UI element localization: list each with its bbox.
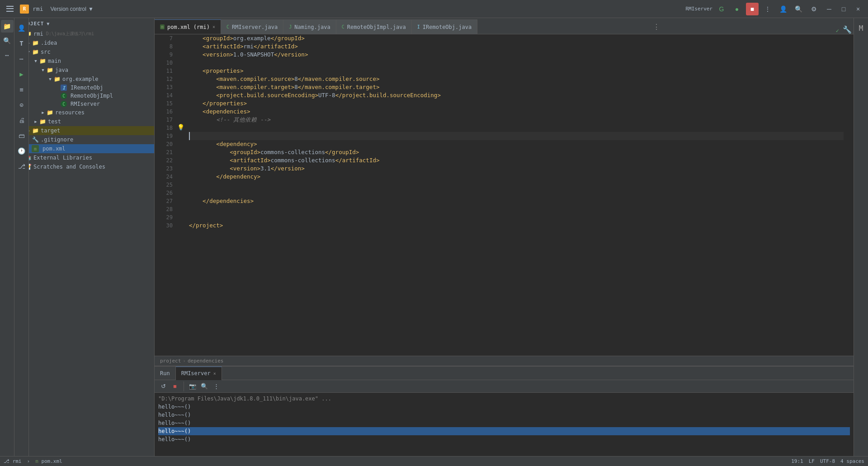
breadcrumb-project: project [160, 358, 181, 364]
sidebar-tree: ▼ 📁 rmi D:\java上课练习\rmi ▶ 📁 .idea ▼ 📁 sr… [14, 29, 154, 456]
left-icon-t[interactable]: T [15, 37, 28, 50]
tab-label-pom-xml: pom.xml (rmi) [167, 24, 210, 30]
tab-label-naming: Naming.java [294, 24, 330, 30]
activity-more-icon[interactable]: ⋯ [1, 49, 14, 61]
left-icon-branch[interactable]: ⎇ [15, 160, 28, 173]
line-num-23: 23 [155, 165, 173, 173]
left-icon-clock[interactable]: 🕐 [15, 145, 28, 157]
user-button[interactable]: 👤 [777, 3, 789, 15]
editor-checkmark: ✓ [836, 28, 843, 34]
search-button[interactable]: 🔍 [792, 3, 805, 15]
cursor [189, 132, 190, 140]
code-line-14: <project.build.sourceEncoding>UTF-8</pro… [189, 91, 844, 99]
maximize-button[interactable]: □ [837, 3, 850, 15]
left-run-icons: ↺ ■ [158, 381, 184, 391]
stop-button[interactable]: ■ [170, 381, 180, 391]
tab-naming[interactable]: J Naming.java [283, 19, 336, 34]
code-line-17: <!-- 其他依赖 --> [189, 116, 844, 124]
hamburger-icon[interactable] [4, 3, 16, 15]
tree-item-remoteobjimpl[interactable]: C RemoteObjImpl [14, 92, 154, 100]
console-more-button[interactable]: ⋮ [211, 381, 221, 391]
tree-item-main[interactable]: ▼ 📁 main [14, 56, 154, 66]
search-console-button[interactable]: 🔍 [199, 381, 209, 391]
editor-settings-icon[interactable]: 🔧 [843, 25, 854, 34]
rmiserver-tab-label: RMIserver [181, 370, 211, 377]
right-icon-m[interactable]: M [855, 22, 868, 34]
record-button[interactable]: ■ [746, 3, 759, 15]
code-line-24: </dependency> [189, 173, 844, 181]
tab-more-button[interactable]: ⋮ [649, 19, 664, 34]
lightbulb-icon[interactable]: 💡 [177, 124, 184, 131]
left-icon-circle-play[interactable]: ⊙ [15, 99, 28, 111]
code-line-19 [189, 132, 844, 140]
tree-label-org-example: org.example [62, 76, 98, 82]
left-icon-db[interactable]: 🗃 [15, 129, 28, 142]
tree-item-pom-xml[interactable]: m pom.xml [14, 144, 154, 153]
tab-pom-xml[interactable]: m pom.xml (rmi) × [155, 19, 221, 34]
tree-item-target[interactable]: ▶ 📁 target [14, 126, 154, 135]
code-line-9: <version>1.0-SNAPSHOT</version> [189, 51, 844, 59]
profile-button[interactable]: G [715, 3, 728, 15]
tree-item-scratches[interactable]: ▶ 📝 Scratches and Consoles [14, 162, 154, 171]
console-line-2: hello~~~() [158, 411, 850, 419]
tree-label-src: src [41, 49, 51, 55]
status-encoding[interactable]: UTF-8 [820, 458, 835, 464]
activity-project-icon[interactable]: 📁 [1, 20, 14, 33]
tree-label-test: test [48, 118, 61, 125]
bottom-tab-close-rmiserver[interactable]: × [213, 371, 216, 376]
status-position[interactable]: 19:1 [791, 458, 803, 464]
version-control-button[interactable]: Version control ▼ [47, 4, 97, 14]
tab-rmiserver[interactable]: C RMIserver.java [221, 19, 283, 34]
left-icon-person[interactable]: 👤 [15, 22, 28, 34]
more-button[interactable]: ⋮ [761, 3, 774, 15]
capture-button[interactable]: 📷 [188, 381, 198, 391]
settings-button[interactable]: ⚙ [807, 3, 820, 15]
left-icon-print[interactable]: 🖨 [15, 114, 28, 127]
tree-item-idea[interactable]: ▶ 📁 .idea [14, 38, 154, 47]
tree-label-resources: resources [55, 109, 85, 116]
notification-button[interactable]: ● [731, 3, 743, 15]
tree-path-rmi: D:\java上课练习\rmi [46, 31, 94, 37]
status-file: m pom.xml [35, 458, 62, 464]
tree-item-rmi[interactable]: ▼ 📁 rmi D:\java上课练习\rmi [14, 29, 154, 38]
left-icon-run[interactable]: ▶ [15, 68, 28, 80]
tree-item-org-example[interactable]: ▼ 📁 org.example [14, 75, 154, 84]
tab-remoteobjimpl[interactable]: C RemoteObjImpl.java [336, 19, 412, 34]
tree-item-rmiserver[interactable]: C RMIserver [14, 100, 154, 108]
editor-scrollbar[interactable] [847, 34, 854, 356]
left-icon-list[interactable]: ≡ [15, 83, 28, 96]
project-name: rmi [33, 5, 43, 12]
tree-item-iremoteobj[interactable]: I IRemoteObj [14, 84, 154, 92]
folder-icon-java: 📁 [46, 66, 53, 74]
code-line-30: </project> [189, 221, 844, 230]
tree-label-pom-xml: pom.xml [42, 146, 66, 152]
rerun-button[interactable]: ↺ [158, 381, 168, 391]
left-icon-more[interactable]: ⋯ [15, 52, 28, 65]
status-line-ending[interactable]: LF [809, 458, 815, 464]
code-area[interactable]: <groupId>org.example</groupId> <artifact… [185, 34, 847, 356]
tree-label-iremoteobj: IRemoteObj [71, 85, 103, 91]
tree-item-src[interactable]: ▼ 📁 src [14, 47, 154, 56]
status-git[interactable]: ⎇ rmi [4, 458, 22, 464]
activity-find-icon[interactable]: 🔍 [1, 34, 14, 47]
tree-item-test[interactable]: ▶ 📁 test [14, 117, 154, 126]
minimize-button[interactable]: ─ [823, 3, 835, 15]
tab-close-pom-xml[interactable]: × [212, 24, 215, 29]
close-button[interactable]: × [852, 3, 864, 15]
console-output-2: hello~~~() [158, 411, 191, 419]
code-line-7: <groupId>org.example</groupId> [189, 34, 844, 42]
tree-item-gitignore[interactable]: 🔧 .gitignore [14, 135, 154, 144]
tree-item-resources[interactable]: ▶ 📁 resources [14, 108, 154, 117]
bottom-tab-rmiserver[interactable]: RMIserver × [176, 367, 222, 380]
tree-item-external-libs[interactable]: ▶ 📚 External Libraries [14, 153, 154, 162]
status-indent[interactable]: 4 spaces [840, 458, 864, 464]
line-num-19: 19 [155, 132, 173, 140]
project-arrow: ▼ [47, 21, 50, 26]
tab-iremoteobj[interactable]: I IRemoteObj.java [412, 19, 477, 34]
tree-item-java[interactable]: ▼ 📁 java [14, 66, 154, 75]
tab-label-rmiserver: RMIserver.java [232, 24, 278, 30]
folder-icon-src: 📁 [32, 48, 39, 56]
bottom-tab-run[interactable]: Run [155, 367, 176, 380]
tree-label-scratches: Scratches and Consoles [33, 164, 105, 170]
tree-label-rmiserver: RMIserver [71, 101, 100, 107]
